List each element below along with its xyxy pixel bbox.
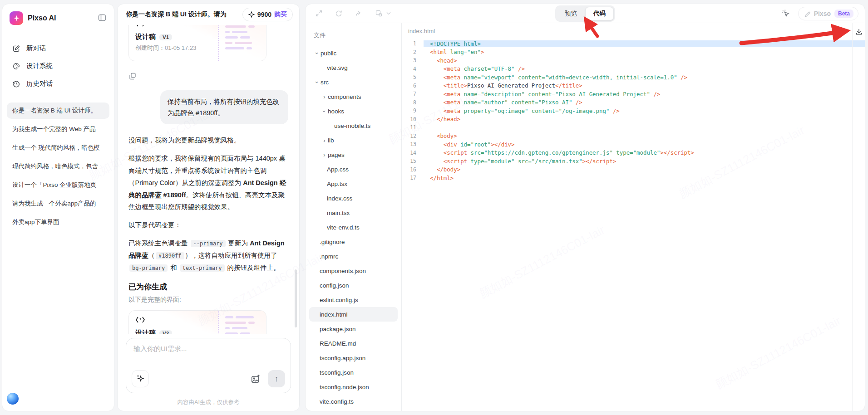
chevron-right-icon[interactable]: › — [321, 137, 328, 144]
file-tree-item-tsconfig.node.json[interactable]: tsconfig.node.json — [309, 380, 398, 394]
sidebar-history-item[interactable]: 设计一个「Pixso 企业版落地页 — [7, 177, 109, 193]
sidebar-history-item[interactable]: 请为我生成一个外卖app产品的 — [7, 195, 109, 212]
file-label: src — [321, 79, 329, 86]
pixso-beta-button[interactable]: Pixso Beta — [798, 7, 858, 20]
file-tree-item-components[interactable]: ›components — [309, 89, 398, 104]
refresh-icon[interactable] — [335, 10, 342, 17]
code-line: 12 <body> — [402, 132, 865, 141]
code-line: 3 <head> — [402, 56, 865, 65]
file-tree-item-.npmrc[interactable]: .npmrc — [309, 249, 398, 264]
line-number: 4 — [402, 66, 424, 72]
ai-reply-intro: 没问题，我将为您更新品牌视觉风格。 — [128, 134, 241, 146]
line-number: 14 — [402, 150, 424, 156]
file-tree-item-components.json[interactable]: components.json — [309, 264, 398, 278]
file-tree-item-public[interactable]: ›public — [309, 46, 398, 60]
copy-message-button[interactable] — [128, 72, 137, 80]
file-tree-item-vite.svg[interactable]: vite.svg — [309, 60, 398, 75]
file-tree-item-pages[interactable]: ›pages — [309, 147, 398, 162]
file-tree-item-.gitignore[interactable]: .gitignore — [309, 234, 398, 249]
ai-enhance-button[interactable] — [132, 370, 149, 387]
file-label: public — [321, 50, 336, 57]
file-tree-item-vite.config.ts[interactable]: vite.config.ts — [309, 394, 398, 409]
line-number: 8 — [402, 99, 424, 106]
file-tree-item-eslint.config.js[interactable]: eslint.config.js — [309, 293, 398, 307]
tab-preview[interactable]: 预览 — [557, 7, 585, 20]
line-number: 13 — [402, 141, 424, 147]
code-editor[interactable]: index.html 1<!DOCTYPE html>2<html lang="… — [402, 23, 865, 411]
code-line: 7 <meta name="description" content="Pixs… — [402, 90, 865, 98]
design-draft-card-v1[interactable]: 设计稿 V1 创建时间：01-05 17:23 — [128, 25, 266, 61]
file-tree-item-tsconfig.app.json[interactable]: tsconfig.app.json — [309, 351, 398, 365]
sidebar-history-list: 你是一名资深 B 端 UI 设计师。为我生成一个完整的 Web 产品生成一个 现… — [2, 95, 114, 234]
duplicate-icon[interactable] — [375, 10, 383, 17]
file-tree-item-use-mobile.ts[interactable]: use-mobile.ts — [309, 118, 398, 133]
sidebar-item-history[interactable]: 历史对话 — [8, 75, 108, 93]
file-tree-item-tsconfig.json[interactable]: tsconfig.json — [309, 365, 398, 380]
user-message-bubble: 保持当前布局，将所有按钮的填充色改为品牌色 #1890ff。 — [160, 90, 288, 124]
file-label: components — [328, 93, 361, 100]
pencil-icon — [804, 10, 810, 17]
chevron-down-icon[interactable]: › — [314, 79, 321, 86]
file-tree-item-App.tsx[interactable]: App.tsx — [309, 176, 398, 191]
file-tree-panel: 文件 ›publicvite.svg›src›components›hooksu… — [306, 23, 402, 411]
chat-message-list[interactable]: 设计稿 V1 创建时间：01-05 17:23 保持当前布局，将所有按钮的填充色… — [118, 25, 299, 334]
send-button[interactable]: ↑ — [268, 370, 285, 387]
download-icon[interactable] — [855, 28, 863, 35]
file-tree-item-hooks[interactable]: ›hooks — [309, 104, 398, 118]
beta-badge: Beta — [834, 10, 853, 18]
file-tree-item-index.css[interactable]: index.css — [309, 191, 398, 205]
code-line-text: <meta name="author" content="Pixso AI" /… — [424, 99, 865, 106]
file-tree-item-README.md[interactable]: README.md — [309, 336, 398, 351]
file-label: index.html — [320, 311, 348, 318]
code-line-text: <meta name="description" content="Pixso … — [424, 91, 865, 98]
sidebar-item-design-system[interactable]: 设计系统 — [8, 57, 108, 75]
chat-input[interactable] — [127, 339, 290, 366]
tab-code[interactable]: 代码 — [585, 7, 614, 20]
chat-input-box: ↑ — [126, 338, 291, 393]
sidebar-history-item[interactable]: 外卖app下单界面 — [7, 214, 109, 230]
file-label: App.css — [327, 166, 349, 173]
chevron-down-icon[interactable]: › — [314, 50, 321, 57]
file-label: vite.svg — [327, 64, 348, 71]
chevron-down-icon[interactable]: › — [321, 108, 328, 115]
draft-name: 设计稿 — [135, 329, 156, 334]
file-tree-item-src[interactable]: ›src — [309, 75, 398, 89]
line-number: 6 — [402, 83, 424, 89]
line-number: 3 — [402, 57, 424, 63]
chevron-down-icon[interactable] — [386, 12, 391, 15]
chat-header: 你是一名资深 B 端 UI 设计师。请为 9900 购买 — [118, 4, 299, 25]
file-tree-item-config.json[interactable]: config.json — [309, 278, 398, 293]
line-number: 16 — [402, 166, 424, 173]
sidebar-collapse-icon[interactable] — [98, 13, 108, 23]
sidebar-history-item[interactable]: 现代简约风格，暗色模式，包含 — [7, 158, 109, 175]
sidebar-item-new-chat[interactable]: 新对话 — [8, 39, 108, 57]
file-tree-item-lib[interactable]: ›lib — [309, 133, 398, 147]
expand-icon[interactable] — [316, 10, 322, 17]
chat-scrollbar[interactable] — [295, 269, 297, 327]
file-tree-item-package.json[interactable]: package.json — [309, 322, 398, 336]
code-line: 5 <meta name="viewport" content="width=d… — [402, 73, 865, 82]
design-draft-card-v2[interactable]: 设计稿 V2 创建时间：01-05 17:29 — [128, 310, 266, 334]
sidebar-history-item[interactable]: 为我生成一个完整的 Web 产品 — [7, 121, 109, 137]
code-line: 17</html> — [402, 174, 865, 182]
sidebar-history-item[interactable]: 你是一名资深 B 端 UI 设计师。 — [7, 103, 109, 119]
file-tree-item-App.css[interactable]: App.css — [309, 162, 398, 176]
chevron-right-icon[interactable]: › — [321, 151, 328, 158]
file-tree-item-main.tsx[interactable]: main.tsx — [309, 205, 398, 220]
cursor-sparkle-icon[interactable] — [781, 9, 790, 18]
main-body: 文件 ›publicvite.svg›src›components›hooksu… — [306, 23, 865, 411]
file-label: use-mobile.ts — [334, 122, 370, 129]
buy-credits-link[interactable]: 购买 — [274, 10, 287, 19]
chevron-right-icon[interactable]: › — [321, 93, 328, 100]
file-panel-title: 文件 — [309, 28, 398, 46]
sidebar-history-item[interactable]: 生成一个 现代简约风格，暗色模 — [7, 140, 109, 156]
file-tree-item-index.html[interactable]: index.html — [309, 307, 398, 322]
code-line-text: <!DOCTYPE html> — [424, 40, 865, 47]
user-avatar[interactable] — [7, 393, 19, 405]
forward-icon[interactable] — [355, 10, 362, 17]
file-tree-item-vite-env.d.ts[interactable]: vite-env.d.ts — [309, 220, 398, 234]
attach-image-button[interactable] — [251, 374, 261, 384]
credits-pill[interactable]: 9900 购买 — [242, 8, 293, 21]
sidebar-item-label: 历史对话 — [26, 79, 53, 88]
editor-open-file-tab[interactable]: index.html — [408, 28, 435, 34]
